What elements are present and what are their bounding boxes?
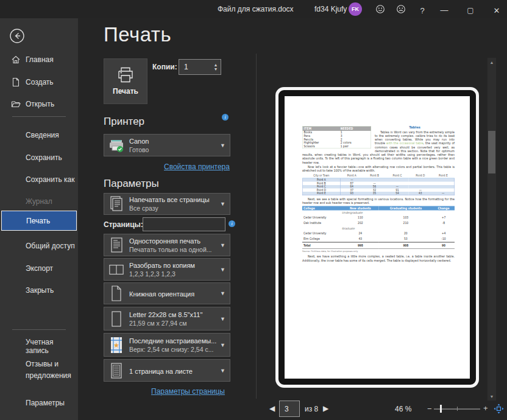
table-cell: 35 — [363, 192, 386, 195]
print-range-dropdown[interactable]: Напечатать все страницы Все сразу ▼ — [104, 193, 230, 215]
printer-status: Готово — [129, 146, 218, 153]
chevron-down-icon: ▼ — [220, 342, 225, 348]
table-cell: Scissors — [302, 145, 339, 149]
printer-info-icon[interactable]: i — [222, 114, 229, 121]
duplex-dropdown[interactable]: Односторонняя печать Печатать только на … — [104, 234, 230, 256]
spin-down-icon[interactable]: ▼ — [214, 67, 218, 71]
doc-paragraph: Now let's look at a fancier table—one wi… — [302, 165, 455, 173]
table-cell: 202 — [342, 220, 379, 226]
page-setup-link[interactable]: Параметры страницы — [151, 387, 225, 396]
pages-per-sheet-icon — [108, 362, 124, 379]
sidebar-item-feedback[interactable]: Отзывы ипредложения — [0, 358, 78, 382]
sidebar-item-open[interactable]: Открыть — [0, 97, 78, 111]
sidebar-item-export[interactable]: Экспорт — [0, 261, 78, 276]
sidebar-item-share[interactable]: Общий доступ — [0, 239, 78, 253]
sidebar-item-label: Отзывы ипредложения — [26, 359, 71, 382]
printer-device-icon — [108, 138, 124, 153]
feedback-frown-icon[interactable] — [395, 3, 407, 15]
minimize-button[interactable]: — — [438, 4, 450, 16]
table-cell: Point C — [386, 173, 408, 178]
table-cell: 93 — [341, 192, 363, 195]
printer-selector[interactable]: Canon Готово ▼ — [104, 134, 230, 156]
table-cell: Point E — [302, 192, 340, 195]
table-cell: Total — [302, 242, 342, 248]
doc-paragraph: Next, we have something a little more co… — [302, 255, 455, 263]
next-page-button[interactable]: ▶ — [323, 404, 328, 413]
feedback-smile-icon[interactable] — [374, 3, 386, 15]
avatar[interactable]: FK — [349, 2, 362, 16]
page-count-label: из 8 — [305, 405, 318, 413]
zoom-to-page-icon[interactable] — [494, 404, 504, 414]
back-button[interactable] — [9, 28, 25, 44]
zoom-in-button[interactable]: + — [483, 404, 488, 413]
sidebar-item-save-as[interactable]: Сохранить как — [0, 172, 78, 187]
account-name[interactable]: fd34 Kjufy — [314, 5, 347, 13]
orientation-dropdown[interactable]: Книжная ориентация ▼ — [104, 282, 230, 304]
paper-size-dropdown[interactable]: Letter 22x28 см 8.5"x11" 21,59 см x 27,9… — [104, 307, 230, 331]
table-row: Elm College4353-10 — [302, 236, 455, 242]
table-cell: +7 — [433, 215, 455, 220]
sidebar-item-label: Главная — [26, 55, 54, 64]
printer-icon — [116, 67, 135, 83]
item-needed-table: ITEM NEEDED Books1Pens3Pencils2Highlight… — [302, 126, 371, 149]
preview-page-frame: ITEM NEEDED Books1Pens3Pencils2Highlight… — [275, 87, 479, 388]
print-button[interactable]: Печать — [104, 58, 147, 104]
table-cell: Undergraduate — [302, 211, 455, 215]
sidebar-item-save[interactable]: Сохранить — [0, 150, 78, 165]
preview-bottom-bar: ◀ из 8 ▶ 46 % − + — [256, 399, 507, 420]
sidebar-item-label: Параметры — [26, 399, 65, 407]
chevron-down-icon: ▼ — [220, 142, 225, 149]
zoom-out-button[interactable]: − — [427, 404, 432, 413]
chevron-down-icon: ▼ — [220, 242, 225, 248]
maximize-button[interactable]: ▢ — [464, 4, 477, 16]
copies-stepper[interactable]: 1 ▲▼ — [179, 59, 221, 75]
table-cell: 998 — [342, 242, 379, 248]
table-cell: Oak Institute — [302, 220, 342, 226]
table-cell: 54 — [386, 192, 408, 195]
printer-properties-link[interactable]: Свойства принтера — [164, 163, 230, 171]
print-all-pages-icon — [108, 195, 124, 212]
copies-value: 1 — [179, 60, 211, 74]
sidebar-item-label: Учетная запись — [26, 338, 78, 355]
spin-up-icon[interactable]: ▲ — [214, 63, 218, 67]
sidebar-item-account[interactable]: Учетная запись — [0, 339, 78, 354]
margins-icon: ★ — [108, 336, 124, 354]
table-cell: 43 — [342, 236, 379, 242]
table-cell: Point E — [432, 173, 455, 178]
zoom-slider-thumb[interactable] — [440, 405, 442, 413]
table-cell: 20 — [379, 231, 433, 236]
margins-dropdown[interactable]: ★ Последние настраиваемы... Верх: 2,54 с… — [104, 333, 230, 357]
sidebar-item-options[interactable]: Параметры — [0, 396, 78, 410]
sidebar-item-create[interactable]: Создать — [0, 75, 78, 89]
scroll-up-icon[interactable]: ▲ — [488, 58, 496, 66]
table-cell: 103 — [379, 215, 433, 220]
table-cell: Graduating students — [379, 206, 433, 210]
sidebar-item-close[interactable]: Закрыть — [0, 283, 78, 298]
scrollbar-thumb[interactable] — [488, 131, 495, 173]
help-button[interactable]: ? — [416, 4, 428, 16]
table-header-row: ITEM NEEDED — [302, 126, 371, 131]
points-table: City or TownPoint APoint BPoint CPoint D… — [302, 173, 455, 195]
table-row: Scissors1 pair — [302, 145, 371, 149]
chevron-down-icon: ▼ — [220, 368, 225, 374]
sidebar-item-info[interactable]: Сведения — [0, 128, 78, 142]
pages-per-sheet-dropdown[interactable]: 1 страница на листе ▼ — [104, 359, 230, 382]
sidebar-item-label: Сведения — [26, 131, 59, 139]
settings-section-heading: Параметры — [104, 178, 159, 190]
table-cell: -10 — [433, 236, 455, 242]
close-button[interactable]: ✕ — [491, 4, 503, 16]
pages-info-icon[interactable]: i — [229, 220, 235, 227]
sidebar-item-home[interactable]: Главная — [0, 52, 78, 67]
current-page-input[interactable] — [279, 401, 300, 417]
chevron-down-icon: ▼ — [220, 316, 225, 322]
prev-page-button[interactable]: ◀ — [269, 404, 275, 413]
copies-spinner[interactable]: ▲▼ — [211, 60, 221, 74]
zoom-percent-label[interactable]: 46 % — [395, 405, 411, 413]
preview-scrollbar[interactable]: ▲ ▼ — [488, 58, 496, 401]
sidebar-item-print-selected[interactable]: Печать — [1, 211, 77, 231]
pages-input[interactable] — [143, 217, 225, 231]
sidebar-item-label: Сохранить как — [26, 175, 74, 184]
dropdown-secondary-label: 21,59 см x 27,94 см — [129, 320, 218, 327]
dropdown-primary-label: Напечатать все страницы — [129, 196, 218, 203]
collate-dropdown[interactable]: Разобрать по копиям 1,2,3 1,2,3 1,2,3 ▼ — [104, 258, 230, 281]
